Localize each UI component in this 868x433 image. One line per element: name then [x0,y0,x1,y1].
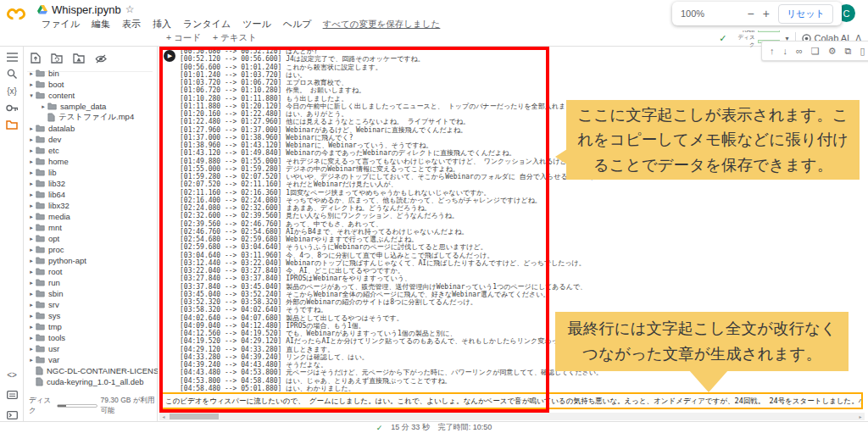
delete-cell-icon[interactable]: ▯ [855,46,868,57]
caret-icon[interactable]: ▸ [27,70,36,77]
tree-item-content[interactable]: ▾content [24,90,158,101]
run-cell-button[interactable]: ▶ [164,50,175,62]
menu-ツール[interactable]: ツール [236,17,277,31]
folder-icon [36,69,45,77]
link-icon[interactable]: ∞ [792,46,807,56]
zoom-out-button[interactable]: − [748,7,754,20]
save-status-link[interactable]: すべての変更を保存しました [323,19,441,31]
code-snippets-icon[interactable]: <> [0,366,24,383]
tree-item-usr[interactable]: ▸usr [24,343,158,354]
tree-item-run[interactable]: ▸run [24,277,158,288]
command-palette-icon[interactable] [0,386,24,403]
caret-icon[interactable]: ▸ [27,81,36,88]
caret-icon[interactable]: ▸ [27,158,36,165]
tree-item-var[interactable]: ▸var [24,354,158,365]
upload-file-icon[interactable] [31,53,41,66]
tree-item-etc[interactable]: ▸etc [24,145,158,156]
mount-drive-icon[interactable] [73,53,85,66]
tree-item-srv[interactable]: ▸srv [24,299,158,310]
transcript-line: [01:03.720 --> 01:06.720] エプロス教育校で、 [180,79,863,86]
zoom-in-button[interactable]: + [763,7,770,20]
caret-icon[interactable]: ▸ [27,346,36,353]
tree-item-boot[interactable]: ▸boot [24,79,158,90]
tree-item-mnt[interactable]: ▸mnt [24,222,158,233]
toggle-hidden-files-icon[interactable] [95,53,107,66]
caret-icon[interactable]: ▸ [27,357,36,364]
move-down-icon[interactable]: ↓ [779,46,793,56]
tree-item-cuda-keyring_1.0-1_all.deb[interactable]: cuda-keyring_1.0-1_all.deb [24,376,158,387]
menu-表示[interactable]: 表示 [116,17,147,31]
tree-item-home[interactable]: ▸home [24,156,158,167]
files-folder-icon[interactable] [0,116,24,133]
tree-item-lib[interactable]: ▸lib [24,167,158,178]
caret-icon[interactable]: ▾ [27,92,36,99]
tree-item-proc[interactable]: ▸proc [24,244,158,255]
caret-icon[interactable]: ▸ [27,335,36,341]
transcript-line: [01:01.240 --> 01:03.720] はい。 [180,71,863,79]
caret-icon[interactable]: ▸ [27,236,36,242]
menu-挿入[interactable]: 挿入 [147,17,177,31]
caret-icon[interactable]: ▸ [27,147,36,154]
caret-icon[interactable]: ▸ [27,136,36,143]
caret-icon[interactable]: ▸ [27,169,36,176]
notebook-title[interactable]: Whisper.ipynb [52,3,121,16]
horizontal-scrollbar[interactable]: ◂ ▸ [159,413,865,420]
caret-icon[interactable]: ▸ [27,125,36,132]
tree-item-opt[interactable]: ▸opt [24,233,158,244]
menu-ランタイム[interactable]: ランタイム [177,17,236,31]
caret-icon[interactable]: ▸ [27,247,36,253]
menu-ヘルプ[interactable]: ヘルプ [277,17,318,31]
zoom-reset-button[interactable]: リセット [778,4,833,24]
tree-item-dev[interactable]: ▸dev [24,134,158,145]
comment-icon[interactable]: ❏ [807,46,824,57]
tree-item-python-apt[interactable]: ▸python-apt [24,255,158,266]
settings-gear-icon[interactable]: ⚙ [824,46,841,57]
tree-item-root[interactable]: ▸root [24,266,158,277]
toc-icon[interactable] [0,48,24,65]
copy-cell-icon[interactable]: ⧉ [841,46,856,57]
add-code-button[interactable]: + コード [166,32,201,44]
refresh-folder-icon[interactable] [51,53,63,66]
scroll-right-icon[interactable]: ▸ [856,414,865,419]
menu-編集[interactable]: 編集 [86,17,116,31]
tree-item-sys[interactable]: ▸sys [24,310,158,321]
tree-item-lib64[interactable]: ▸lib64 [24,189,158,200]
caret-icon[interactable]: ▸ [27,214,36,220]
scroll-left-icon[interactable]: ◂ [159,414,168,419]
colab-logo-icon[interactable] [7,7,32,22]
tree-item-テストファイル.mp4[interactable]: テストファイル.mp4 [24,112,158,123]
variables-icon[interactable]: {x} [0,82,24,99]
star-icon[interactable]: ☆ [125,3,135,15]
tree-item-tools[interactable]: ▸tools [24,332,158,343]
tree-item-tmp[interactable]: ▸tmp [24,321,158,332]
tree-item-lib32[interactable]: ▸lib32 [24,178,158,189]
menu-ファイル[interactable]: ファイル [36,17,86,31]
tree-item-label: bin [48,69,59,78]
search-icon[interactable] [0,65,24,82]
caret-icon[interactable]: ▸ [27,313,36,319]
caret-icon[interactable]: ▸ [27,180,36,187]
caret-icon[interactable]: ▸ [27,225,36,231]
caret-icon[interactable]: ▸ [27,258,36,264]
final-transcript-line: このビデオをウィスパーに流したいので、 グームにしました。はい。これで、よいしょ… [161,392,863,409]
caret-icon[interactable]: ▸ [27,302,36,308]
caret-icon[interactable]: ▸ [27,269,36,275]
tree-item-bin[interactable]: ▸bin [24,68,158,79]
add-text-button[interactable]: + テキスト [213,32,257,44]
tree-item-NGC-DL-CONTAINER-LICENSE[interactable]: NGC-DL-CONTAINER-LICENSE [24,365,158,376]
tree-item-libx32[interactable]: ▸libx32 [24,200,158,211]
scrollbar-thumb[interactable] [170,414,219,419]
caret-icon[interactable]: ▸ [27,203,36,209]
tree-item-media[interactable]: ▸media [24,211,158,222]
tree-item-sbin[interactable]: ▸sbin [24,288,158,299]
caret-icon[interactable]: ▸ [27,192,36,198]
move-up-icon[interactable]: ↑ [765,46,779,56]
secrets-key-icon[interactable] [0,99,24,116]
tree-item-datalab[interactable]: ▸datalab [24,123,158,134]
folder-icon [47,103,57,110]
caret-icon[interactable]: ▸ [39,103,47,110]
tree-item-sample_data[interactable]: ▸sample_data [24,101,158,112]
caret-icon[interactable]: ▸ [27,324,36,330]
caret-icon[interactable]: ▸ [27,280,36,286]
caret-icon[interactable]: ▸ [27,291,36,297]
